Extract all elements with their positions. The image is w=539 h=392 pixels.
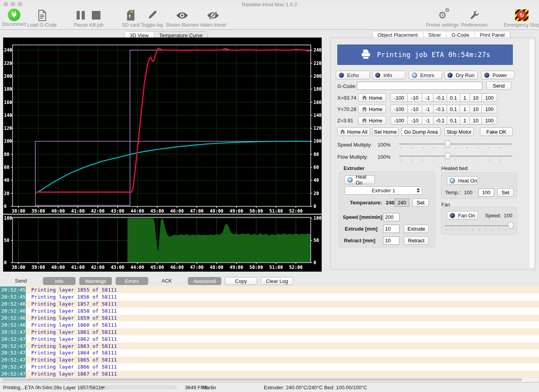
jog-z-10[interactable]: 10 [469,116,482,125]
toggle-log-button[interactable]: Toggle log [141,9,163,28]
slider-track[interactable] [399,156,512,157]
extruder-select[interactable]: Extruder 1 [345,186,422,195]
speed-multiply-slider[interactable] [399,140,512,149]
right-panel-scrollbar[interactable] [529,39,534,268]
jog-y-100[interactable]: 100 [482,105,497,113]
svg-text:45:00: 45:00 [150,265,164,270]
log-warnings-toggle[interactable]: Warnings [79,277,112,285]
jog-x-10[interactable]: 10 [469,93,482,102]
home-z-button[interactable]: Home [358,116,386,125]
retract-amount-input[interactable] [383,236,399,245]
disconnect-button[interactable]: Disconnect [2,9,26,27]
fake-ok-button[interactable]: Fake OK [480,127,513,136]
gcode-label: G-Code: [337,83,356,89]
toggle-power[interactable]: Power [481,71,514,79]
jog-x-0.1[interactable]: 0.1 [447,93,460,102]
jog-y-0.1[interactable]: 0.1 [447,105,460,113]
set-home-button[interactable]: Set Home [372,127,398,136]
toggle-dry-run[interactable]: Dry Run [444,71,478,79]
extruder-heat-on-button[interactable]: Heat On [344,175,375,184]
svg-text:220: 220 [313,61,322,66]
extruder-speed-input[interactable] [383,213,399,221]
svg-text:160: 160 [313,100,322,105]
pause-button[interactable]: Pause [74,9,88,28]
go-dump-area-button[interactable]: Go Dump Area [401,127,441,136]
jog-x--0.1[interactable]: -0.1 [433,93,447,102]
log-clear-button[interactable]: Clear Log [261,277,293,285]
bed-heat-on-button[interactable]: Heat On [447,176,478,185]
extrude-amount-input[interactable] [383,225,399,233]
svg-text:38:00: 38:00 [12,208,25,214]
retract-amount-label: Retract [mm] [344,238,375,243]
jog-z-0.1[interactable]: 0.1 [447,116,460,125]
jog-z-1[interactable]: 1 [460,116,470,125]
scrollbar-thumb[interactable] [2,378,522,381]
toggle-errors[interactable]: Errors [409,71,442,79]
svg-text:41:00: 41:00 [71,265,85,270]
stop-motor-button[interactable]: Stop Motor [444,127,474,136]
jog-z--100[interactable]: -100 [390,116,408,125]
bed-set-button[interactable]: Set [497,188,514,197]
gcode-input[interactable] [357,82,482,90]
kill-job-button[interactable]: Kill job [89,9,104,28]
flow-multiply-slider[interactable] [399,152,512,161]
svg-text:51:00: 51:00 [269,265,283,270]
jog-z--1[interactable]: -1 [422,116,433,125]
extrude-button[interactable]: Extrude [404,225,429,233]
jog-x--1[interactable]: -1 [422,93,433,102]
hides-travel-button[interactable]: Hides travel [200,9,226,28]
slider-thumb[interactable] [445,140,451,147]
bed-temp-input[interactable] [478,188,494,197]
jog-y--100[interactable]: -100 [390,105,408,113]
jog-x--100[interactable]: -100 [390,93,408,102]
slider-thumb[interactable] [508,222,514,229]
jog-y--10[interactable]: -10 [407,105,422,113]
load-gcode-button[interactable]: Load G-Code [27,9,57,28]
home-x-button[interactable]: Home [358,93,386,102]
home-all-button[interactable]: Home All [337,127,370,136]
jog-x-1[interactable]: 1 [460,93,470,102]
gcode-send-button[interactable]: Send [486,82,511,90]
emergency-stop-button[interactable]: ↻ Emergency Stop [504,9,539,28]
jog-y-10[interactable]: 10 [469,105,482,113]
log-horizontal-scrollbar[interactable] [2,378,537,381]
log-autoscroll-toggle[interactable]: Autoscroll [188,277,221,285]
status-firmware: Marlin [202,385,216,390]
fan-on-button[interactable]: Fan On [447,211,478,220]
home-icon [362,118,367,123]
jog-z--0.1[interactable]: -0.1 [433,116,447,125]
log-send-toggle[interactable]: Send [15,278,27,284]
fan-speed-slider[interactable] [444,222,514,231]
svg-text:52:00: 52:00 [289,265,303,270]
slider-track[interactable] [399,143,512,145]
log-ack-toggle[interactable]: ACK [161,278,172,284]
log-errors-toggle[interactable]: Errors [116,277,148,285]
extruder-temperature-input[interactable] [394,199,409,207]
jog-y-1[interactable]: 1 [460,105,470,113]
jog-y--1[interactable]: -1 [422,105,433,113]
jog-z-100[interactable]: 100 [482,116,497,125]
log-info-toggle[interactable]: Info [43,277,75,285]
jog-x--10[interactable]: -10 [407,93,422,102]
jog-y--0.1[interactable]: -0.1 [433,105,447,113]
jog-z--10[interactable]: -10 [407,116,422,125]
temperature-chart: 0020204040606080801001001201201401401601… [3,38,322,214]
log-copy-button[interactable]: Copy [225,277,257,285]
svg-text:0: 0 [313,204,316,209]
sd-card-button[interactable]: SD card [122,9,140,28]
preferences-button[interactable]: Preferences [461,9,487,28]
jog-x-100[interactable]: 100 [482,93,497,102]
retract-button[interactable]: Retract [404,236,429,245]
toggle-echo[interactable]: Echo [336,71,370,79]
extruder-set-button[interactable]: Set [412,199,429,207]
printer-settings-button[interactable]: ⚙⚙ Printer settings [426,9,458,28]
shows-filament-button[interactable]: Shows filament [166,9,199,28]
slider-track[interactable] [444,225,514,226]
svg-text:200: 200 [313,73,322,79]
motion-actions-row: Home AllSet HomeGo Dump AreaStop MotorFa… [331,127,535,136]
toggle-info[interactable]: Info [372,71,405,79]
log-timestamp: 20:52:45 [0,286,26,294]
slider-thumb[interactable] [445,152,451,159]
home-y-button[interactable]: Home [358,105,386,113]
svg-text:180: 180 [4,86,12,92]
